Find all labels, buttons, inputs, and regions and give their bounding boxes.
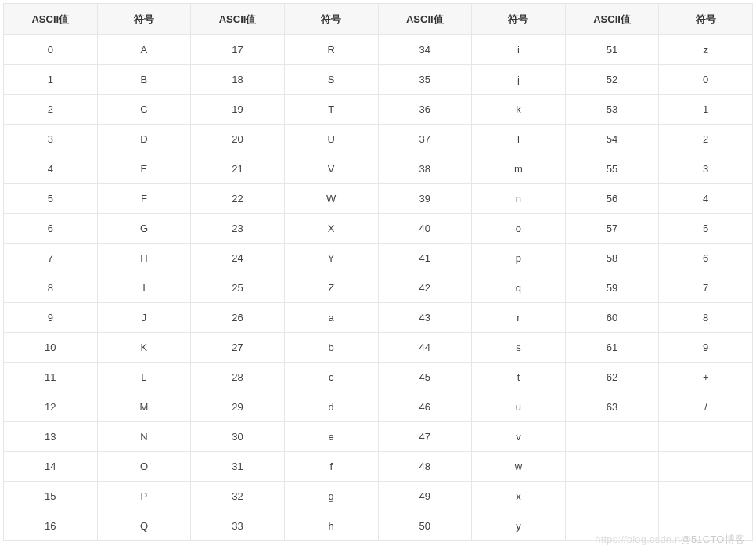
table-cell (659, 482, 753, 511)
table-cell: z (659, 35, 753, 65)
table-cell: 4 (4, 154, 98, 184)
table-cell (565, 452, 659, 482)
table-cell: 34 (378, 35, 472, 65)
table-row: 5F22W39n564 (4, 184, 753, 214)
table-cell: E (97, 154, 191, 184)
table-cell: 32 (191, 482, 285, 511)
table-cell (565, 482, 659, 511)
table-cell: + (659, 363, 753, 392)
table-cell: 30 (191, 422, 285, 452)
table-cell: 48 (378, 452, 472, 482)
table-cell (659, 422, 753, 452)
table-cell: c (284, 363, 378, 392)
table-cell: i (472, 35, 566, 65)
table-row: 11L28c45t62+ (4, 363, 753, 392)
table-cell: 2 (659, 125, 753, 154)
table-cell: 43 (378, 303, 472, 333)
table-row: 16Q33h50y (4, 511, 753, 541)
table-cell: v (472, 422, 566, 452)
table-cell: 29 (191, 392, 285, 422)
header-symbol-1: 符号 (97, 4, 191, 35)
header-ascii-1: ASCII值 (4, 4, 98, 35)
table-cell: u (472, 392, 566, 422)
table-cell: 3 (4, 125, 98, 154)
table-cell: 5 (659, 214, 753, 244)
table-cell: B (97, 65, 191, 95)
table-cell: 50 (378, 511, 472, 541)
table-cell: 24 (191, 244, 285, 273)
table-cell: y (472, 511, 566, 541)
table-cell: Y (284, 244, 378, 273)
table-cell: r (472, 303, 566, 333)
table-cell: 59 (565, 273, 659, 303)
table-cell: O (97, 452, 191, 482)
table-cell: P (97, 482, 191, 511)
table-cell: R (284, 35, 378, 65)
table-row: 2C19T36k531 (4, 95, 753, 125)
table-cell: o (472, 214, 566, 244)
table-cell: 63 (565, 392, 659, 422)
table-row: 15P32g49x (4, 482, 753, 511)
table-cell: U (284, 125, 378, 154)
table-cell: 22 (191, 184, 285, 214)
table-cell: 9 (4, 303, 98, 333)
table-row: 0A17R34i51z (4, 35, 753, 65)
table-cell: l (472, 125, 566, 154)
table-cell: 54 (565, 125, 659, 154)
table-cell: 6 (4, 214, 98, 244)
table-cell: N (97, 422, 191, 452)
table-cell: 33 (191, 511, 285, 541)
table-cell: 53 (565, 95, 659, 125)
table-cell: 56 (565, 184, 659, 214)
table-cell: 28 (191, 363, 285, 392)
table-cell: 21 (191, 154, 285, 184)
table-cell (565, 422, 659, 452)
table-cell: 45 (378, 363, 472, 392)
table-cell: V (284, 154, 378, 184)
table-cell: 6 (659, 244, 753, 273)
table-cell: s (472, 333, 566, 363)
table-cell: K (97, 333, 191, 363)
header-ascii-4: ASCII值 (565, 4, 659, 35)
table-cell: W (284, 184, 378, 214)
header-symbol-2: 符号 (284, 4, 378, 35)
table-cell: H (97, 244, 191, 273)
table-cell: Q (97, 511, 191, 541)
table-cell: 7 (4, 244, 98, 273)
table-cell: L (97, 363, 191, 392)
table-cell: 60 (565, 303, 659, 333)
table-cell: 40 (378, 214, 472, 244)
table-cell: Z (284, 273, 378, 303)
table-cell: 23 (191, 214, 285, 244)
table-cell: 19 (191, 95, 285, 125)
header-symbol-4: 符号 (659, 4, 753, 35)
table-cell: t (472, 363, 566, 392)
table-cell: 1 (4, 65, 98, 95)
table-row: 14O31f48w (4, 452, 753, 482)
table-cell: d (284, 392, 378, 422)
table-cell: X (284, 214, 378, 244)
table-cell: b (284, 333, 378, 363)
table-row: 8I25Z42q597 (4, 273, 753, 303)
table-cell: 12 (4, 392, 98, 422)
table-cell (659, 511, 753, 541)
table-cell: 17 (191, 35, 285, 65)
table-cell: 9 (659, 333, 753, 363)
table-cell: 3 (659, 154, 753, 184)
table-cell: 20 (191, 125, 285, 154)
table-cell: 57 (565, 214, 659, 244)
table-cell: 46 (378, 392, 472, 422)
table-cell: 25 (191, 273, 285, 303)
header-ascii-2: ASCII值 (191, 4, 285, 35)
table-cell: 4 (659, 184, 753, 214)
table-row: 7H24Y41p586 (4, 244, 753, 273)
table-cell: 0 (659, 65, 753, 95)
table-cell: 27 (191, 333, 285, 363)
table-cell: 0 (4, 35, 98, 65)
table-row: 3D20U37l542 (4, 125, 753, 154)
table-cell: 14 (4, 452, 98, 482)
table-cell: 41 (378, 244, 472, 273)
table-cell: 8 (4, 273, 98, 303)
table-cell: F (97, 184, 191, 214)
table-cell: j (472, 65, 566, 95)
